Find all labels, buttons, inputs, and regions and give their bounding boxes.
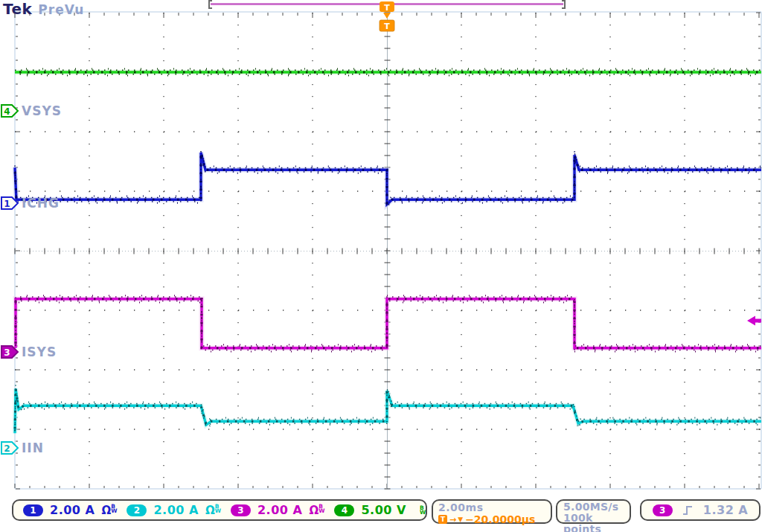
channel-1-marker[interactable]: 1 ICHG xyxy=(1,196,60,211)
ch3-number-badge: 3 xyxy=(231,504,251,516)
ch3-coupling-impedance: ΩBW xyxy=(309,504,324,517)
oscilloscope-screen: TT Tek PreVu 4 VSYS 1 ICHG 3 ISYS 2 IIN xyxy=(0,0,762,532)
channel-3-label: ISYS xyxy=(22,344,57,359)
trigger-level-value: 1.32 A xyxy=(703,503,748,517)
ch1-readout[interactable]: 1 2.00 A ΩBW xyxy=(13,503,117,517)
channel-scale-readouts[interactable]: 1 2.00 A ΩBW 2 2.00 A ΩBW 3 2.00 A ΩBW 4… xyxy=(12,499,427,521)
ch4-scale-value: 5.00 V xyxy=(361,503,406,517)
ch1-coupling-impedance: ΩBW xyxy=(101,504,117,517)
ch2-bandwidth-icon: BW xyxy=(215,504,221,514)
channel-2-label: IIN xyxy=(22,440,44,455)
trigger-t-icon: T xyxy=(438,515,447,524)
acquisition-mode-label: PreVu xyxy=(38,2,84,17)
header: Tek PreVu xyxy=(3,0,84,18)
ch2-readout[interactable]: 2 2.00 A ΩBW xyxy=(117,503,220,517)
channel-4-badge-icon[interactable]: 4 xyxy=(1,103,19,118)
trace-halo-ISYS xyxy=(16,299,761,348)
timebase-readout[interactable]: 2.00ms T → ▼ −20.0000µs xyxy=(432,499,552,524)
channel-3-badge-icon[interactable]: 3 xyxy=(1,344,19,359)
channel-2-badge-icon[interactable]: 2 xyxy=(1,440,19,455)
ch3-scale-value: 2.00 A xyxy=(257,503,302,517)
ch4-readout[interactable]: 4 5.00 V BW xyxy=(324,503,432,517)
trace-IIN xyxy=(15,388,761,433)
sample-rate: 5.00MS/s xyxy=(563,501,624,513)
ch3-readout[interactable]: 3 2.00 A ΩBW xyxy=(221,503,324,517)
ch3-bandwidth-icon: BW xyxy=(318,504,324,514)
timebase-scale: 2.00ms xyxy=(438,501,545,513)
channel-3-marker[interactable]: 3 ISYS xyxy=(1,344,57,359)
trigger-position-readout: T → ▼ −20.0000µs xyxy=(438,513,545,525)
trigger-box-label: T xyxy=(384,22,390,31)
svg-text:4: 4 xyxy=(4,106,10,117)
svg-text:1: 1 xyxy=(4,199,10,209)
trigger-readout[interactable]: 3 1.32 A xyxy=(640,499,761,521)
channel-1-label: ICHG xyxy=(22,196,60,211)
ch4-bandwidth-icon: BW xyxy=(420,505,426,516)
svg-text:3: 3 xyxy=(4,347,10,358)
readout-bar: 1 2.00 A ΩBW 2 2.00 A ΩBW 3 2.00 A ΩBW 4… xyxy=(0,499,762,526)
rising-edge-icon xyxy=(682,504,694,516)
triangle-down-icon: ▼ xyxy=(458,516,463,523)
trigger-flag-label: T xyxy=(384,3,390,13)
record-length: 100k points xyxy=(563,513,624,532)
ch1-number-badge: 1 xyxy=(23,504,43,516)
ch2-coupling-impedance: ΩBW xyxy=(205,504,221,517)
waveform-plot: TT xyxy=(0,0,762,495)
trigger-flag-pointer xyxy=(383,13,391,19)
trigger-position-value: −20.0000µs xyxy=(465,513,535,525)
trigger-level-arrow-icon[interactable] xyxy=(747,316,761,326)
svg-text:2: 2 xyxy=(4,443,10,454)
channel-4-label: VSYS xyxy=(22,103,62,118)
ch1-bandwidth-icon: BW xyxy=(111,504,117,514)
ch1-scale-value: 2.00 A xyxy=(50,503,95,517)
arrow-right-icon: → xyxy=(449,515,455,525)
ch2-number-badge: 2 xyxy=(127,504,147,516)
channel-4-marker[interactable]: 4 VSYS xyxy=(1,103,62,118)
channel-2-marker[interactable]: 2 IIN xyxy=(1,440,44,455)
trigger-source-badge: 3 xyxy=(653,504,673,516)
ch2-scale-value: 2.00 A xyxy=(153,503,198,517)
ch4-number-badge: 4 xyxy=(334,504,354,516)
acquisition-readout[interactable]: 5.00MS/s 100k points xyxy=(556,499,631,524)
tek-logo: Tek xyxy=(3,0,32,18)
channel-1-badge-icon[interactable]: 1 xyxy=(1,196,19,211)
